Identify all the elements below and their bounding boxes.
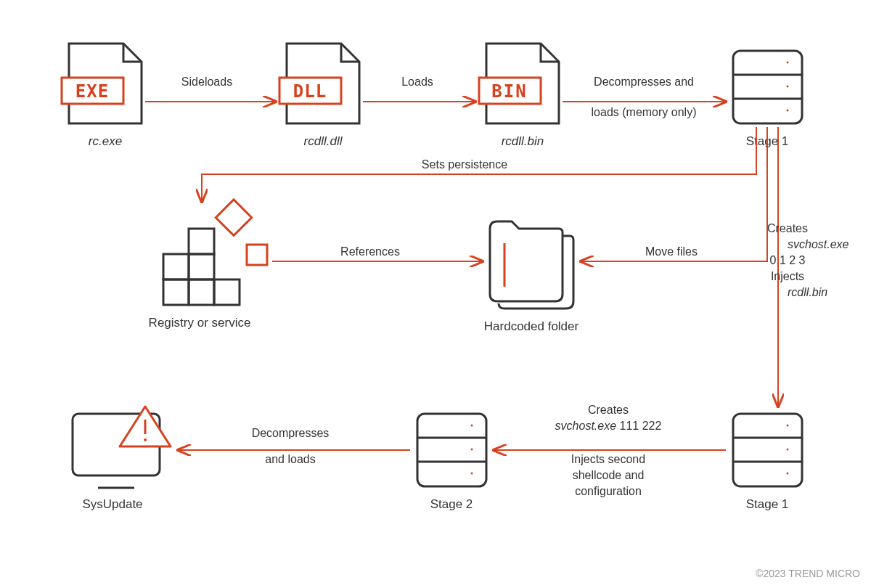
label-creates-injects: Creates svchost.exe 0 1 2 3 Injects rcdl… bbox=[767, 222, 849, 298]
label-sideloads: Sideloads bbox=[181, 75, 232, 88]
svg-text:configuration: configuration bbox=[575, 485, 642, 497]
svg-point-41 bbox=[144, 438, 147, 441]
sysupdate-caption: SysUpdate bbox=[82, 497, 142, 511]
label-loads: Loads bbox=[401, 75, 433, 88]
stage2-caption: Stage 2 bbox=[430, 497, 473, 511]
bin-caption: rcdll.bin bbox=[502, 134, 544, 148]
svg-rect-32 bbox=[417, 414, 486, 486]
stage1-bottom-icon bbox=[733, 414, 802, 486]
svg-rect-18 bbox=[216, 200, 251, 235]
svg-point-36 bbox=[471, 449, 473, 451]
svg-text:DLL: DLL bbox=[293, 81, 327, 102]
svg-text:svchost.exe: svchost.exe bbox=[788, 238, 849, 250]
dll-file-icon: DLL bbox=[279, 44, 359, 123]
svg-text:Creates: Creates bbox=[767, 222, 808, 234]
label-move-files: Move files bbox=[645, 245, 698, 258]
svg-text:Injects second: Injects second bbox=[571, 453, 645, 465]
arrow-move-files bbox=[581, 127, 767, 261]
svg-rect-6 bbox=[733, 51, 802, 123]
label-sets-persistence: Sets persistence bbox=[422, 158, 507, 171]
svg-point-9 bbox=[787, 62, 789, 64]
svg-rect-15 bbox=[189, 279, 214, 305]
registry-icon bbox=[163, 200, 267, 305]
svg-rect-26 bbox=[733, 414, 802, 486]
svg-text:BIN: BIN bbox=[491, 81, 527, 102]
svg-point-37 bbox=[471, 473, 473, 475]
svg-point-35 bbox=[471, 425, 473, 427]
svg-text:svchost.exe
      111 222: svchost.exe 111 222 bbox=[555, 420, 662, 432]
svg-rect-16 bbox=[214, 279, 240, 305]
folder-caption: Hardcoded folder bbox=[484, 319, 579, 333]
svg-rect-13 bbox=[189, 254, 214, 279]
svg-text:Creates: Creates bbox=[588, 404, 629, 416]
label-decomp-mem1: Decompresses and bbox=[594, 75, 694, 88]
label-decomp-mem2: loads (memory only) bbox=[592, 106, 697, 118]
svg-rect-12 bbox=[163, 254, 189, 279]
svg-point-31 bbox=[787, 473, 789, 475]
dll-caption: rcdll.dll bbox=[304, 134, 343, 148]
svg-point-29 bbox=[787, 425, 789, 427]
stage1-top-icon bbox=[733, 51, 802, 123]
copyright-text: ©2023 TREND MICRO bbox=[756, 568, 860, 579]
svg-text:EXE: EXE bbox=[75, 81, 109, 102]
stage1-bottom-caption: Stage 1 bbox=[746, 497, 789, 511]
folder-icon bbox=[490, 221, 573, 309]
svg-point-30 bbox=[787, 449, 789, 451]
exe-file-icon: EXE bbox=[62, 44, 142, 123]
registry-caption: Registry or service bbox=[149, 316, 251, 330]
svg-point-11 bbox=[787, 110, 789, 112]
svg-text:Injects: Injects bbox=[771, 270, 804, 282]
svg-rect-19 bbox=[247, 245, 267, 265]
svg-text:shellcode and: shellcode and bbox=[573, 469, 645, 481]
svg-text:0 1 2 3: 0 1 2 3 bbox=[770, 254, 806, 266]
label-decomp-loads2: and loads bbox=[265, 453, 315, 465]
label-decomp-loads1: Decompresses bbox=[252, 427, 330, 439]
bin-file-icon: BIN bbox=[479, 44, 559, 123]
label-references: References bbox=[340, 245, 400, 258]
stage2-icon bbox=[417, 414, 486, 486]
svg-rect-17 bbox=[189, 229, 214, 254]
sysupdate-icon bbox=[73, 407, 171, 488]
svg-point-10 bbox=[787, 86, 789, 88]
exe-caption: rc.exe bbox=[89, 134, 122, 148]
svg-text:rcdll.bin: rcdll.bin bbox=[788, 286, 827, 298]
svg-rect-14 bbox=[163, 279, 189, 305]
